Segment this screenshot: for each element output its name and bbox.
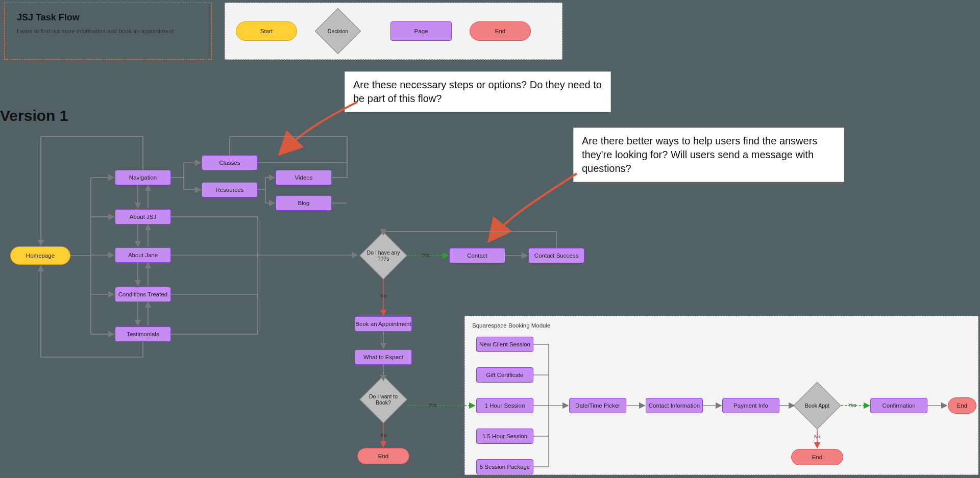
node-15hour: 1.5 Hour Session [476, 429, 533, 444]
node-about-jsj-label: About JSJ [130, 214, 156, 220]
node-end-1-label: End [378, 453, 388, 459]
node-conditions: Conditions Treated [115, 287, 171, 302]
node-homepage-label: Homepage [26, 253, 55, 259]
node-book-appt-label: Book an Appointment [355, 321, 411, 327]
label-yes-1: Yes [422, 252, 430, 258]
node-book-appt: Book an Appointment [355, 316, 412, 332]
header-title-box: JSJ Task Flow I want to find out more in… [4, 3, 212, 60]
node-videos: Videos [276, 170, 332, 185]
node-new-client-label: New Client Session [479, 341, 530, 347]
node-payment-label: Payment Info [733, 402, 768, 409]
node-5pkg: 5 Session Package [476, 459, 533, 474]
legend-end-label: End [495, 28, 505, 34]
version-label: Version 1 [0, 107, 68, 124]
booking-module-box [464, 316, 978, 475]
comment-2: Are there better ways to help users find… [573, 128, 844, 182]
node-decision-bookappt-shape [793, 382, 841, 429]
node-end-2-label: End [957, 402, 967, 409]
node-about-jane-label: About Jane [128, 252, 158, 258]
node-payment: Payment Info [722, 398, 779, 413]
node-contact-success: Contact Success [528, 248, 584, 263]
node-1hour: 1 Hour Session [476, 398, 533, 413]
node-classes-label: Classes [219, 160, 240, 166]
node-decision-questions-shape [359, 232, 407, 279]
node-blog-label: Blog [298, 200, 309, 206]
label-yes-3: Yes [848, 402, 856, 408]
legend-start-label: Start [260, 28, 273, 34]
node-end-1: End [357, 448, 409, 464]
legend-decision: Decision [322, 15, 354, 47]
booking-module-title: Squarespace Booking Module [472, 322, 550, 329]
label-yes-2: Yes [429, 402, 437, 408]
node-5pkg-label: 5 Session Package [480, 464, 530, 470]
node-what-to-expect-label: What to Expect [363, 354, 403, 360]
node-15hour-label: 1.5 Hour Session [482, 433, 527, 439]
node-contact: Contact [449, 248, 505, 263]
header-subtitle: I want to find out more information and … [5, 28, 211, 43]
node-datetime-label: Date/Time Picker [575, 402, 620, 409]
node-what-to-expect: What to Expect [355, 349, 412, 365]
node-testimonials-label: Testimonials [127, 331, 159, 337]
node-resources: Resources [202, 182, 258, 197]
legend-decision-shape [315, 8, 361, 55]
node-about-jsj: About JSJ [115, 209, 171, 224]
node-decision-book: Do I want to Book? [366, 383, 400, 416]
node-1hour-label: 1 Hour Session [485, 402, 525, 409]
node-contact-success-label: Contact Success [534, 253, 578, 259]
node-gift-cert: Gift Certificate [476, 367, 533, 383]
legend-page-label: Page [414, 28, 428, 34]
node-conditions-label: Conditions Treated [118, 291, 168, 297]
node-end-3-label: End [812, 454, 822, 460]
node-homepage: Homepage [10, 246, 70, 265]
node-gift-cert-label: Gift Certificate [486, 372, 524, 378]
node-contact-label: Contact [467, 253, 487, 259]
label-no-3: No [814, 434, 820, 439]
header-title: JSJ Task Flow [5, 3, 211, 28]
legend-end: End [470, 21, 531, 41]
comment-2-text: Are there better ways to help users find… [582, 135, 817, 174]
node-navigation: Navigation [115, 170, 171, 185]
legend-page: Page [390, 21, 452, 41]
comment-1-text: Are these necessary steps or options? Do… [353, 79, 602, 104]
node-contact-info: Contact Information [646, 398, 703, 413]
node-testimonials: Testimonials [115, 326, 171, 342]
node-end-3: End [791, 449, 843, 465]
node-decision-questions: Do I have any ???s [366, 239, 400, 272]
node-new-client: New Client Session [476, 337, 533, 352]
node-classes: Classes [202, 155, 258, 170]
node-decision-book-shape [359, 375, 407, 423]
node-datetime: Date/Time Picker [569, 398, 626, 413]
node-blog: Blog [276, 195, 332, 211]
node-navigation-label: Navigation [129, 174, 157, 181]
node-decision-bookappt: Book Appt [800, 389, 834, 422]
comment-1: Are these necessary steps or options? Do… [345, 71, 611, 112]
node-resources-label: Resources [216, 187, 244, 193]
canvas: JSJ Task Flow I want to find out more in… [0, 0, 980, 478]
node-contact-info-label: Contact Information [649, 402, 700, 409]
node-videos-label: Videos [295, 174, 313, 181]
node-confirmation: Confirmation [870, 398, 927, 413]
legend-start: Start [236, 21, 297, 41]
label-no-2: No [380, 432, 386, 438]
node-end-2: End [948, 397, 976, 414]
node-confirmation-label: Confirmation [882, 402, 915, 409]
label-no-1: No [380, 293, 386, 298]
node-about-jane: About Jane [115, 247, 171, 263]
